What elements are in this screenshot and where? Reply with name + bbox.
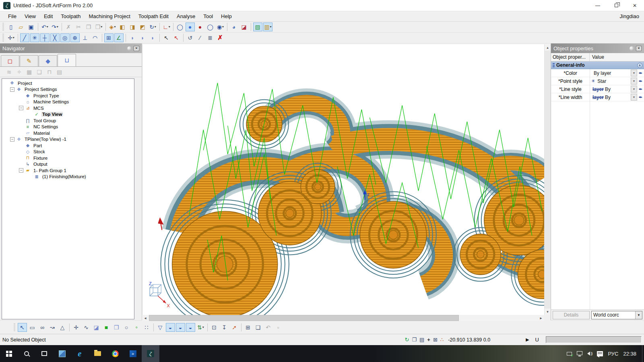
measure-icon[interactable]: ∴ [440,337,444,343]
restore-button[interactable] [607,0,625,11]
no-image-icon[interactable]: ⊠ [433,337,438,343]
point-array-button[interactable]: ∷ [142,323,151,332]
tree-machine-settings[interactable]: ⌂ Machine Settings [19,99,134,105]
eyedropper-icon[interactable]: ✒ [637,95,644,100]
tree-mcs[interactable]: − ⊿ MCS [19,105,134,111]
object-list-button[interactable]: ≣ [206,33,215,42]
analysis-display-button[interactable]: ▥▾ [263,23,272,31]
menu-item[interactable]: View [21,12,40,21]
z-select-button[interactable]: ↧ [220,323,229,332]
draw-curve-button[interactable]: ∿ [82,323,91,332]
tree-expander[interactable] [19,93,23,98]
scroll-right-icon[interactable]: ▸ [538,316,544,320]
horizontal-scrollbar[interactable]: ◂ ▸ [142,315,544,321]
copy-doc-icon[interactable]: ❐ [412,337,417,343]
tree-expander[interactable] [28,175,32,179]
viewport-canvas[interactable]: z Z [142,44,544,315]
tree-part[interactable]: ◆ Part [19,142,134,149]
pin-icon[interactable] [630,46,634,51]
mixed-mode-button[interactable]: ◉▾ [216,23,225,31]
cancel-button[interactable]: ✗ [216,33,225,42]
select-button[interactable]: ↖ [18,323,27,332]
tab-artwork[interactable]: ◻ [1,55,19,66]
paste-button[interactable]: ❒▾ [94,23,103,31]
frame-box-button[interactable]: ❏ [254,323,263,332]
clock[interactable]: 22:38 [623,351,636,357]
pan-points-button[interactable]: ✛▾ [6,33,16,42]
polygon-select-button[interactable]: △ [58,323,67,332]
tab-drawing[interactable]: ✎ [20,55,38,66]
tree-expander[interactable]: − [19,106,23,110]
task-view-button[interactable] [35,345,53,362]
cell-box-button[interactable]: ⊞ [244,323,253,332]
tool-cone-button[interactable]: ▽ [156,323,165,332]
minimize-button[interactable]: — [588,0,607,11]
object-trim-button[interactable]: ⁄ [196,33,205,42]
play-icon[interactable]: ▶ [526,337,529,342]
pick-remove-button[interactable]: ↖ [172,33,181,42]
scroll-left-icon[interactable]: ◂ [142,316,149,320]
snap-quadrant-button[interactable]: ⊕ [70,33,80,42]
vertical-scroll-thumb[interactable] [545,51,551,309]
tree-expander[interactable] [28,112,32,117]
edge-button[interactable]: e [71,345,89,362]
tool-ball-button[interactable]: ◒ [166,323,175,332]
snap-intersection-button[interactable]: ╳ [50,33,60,42]
tree-tplane[interactable]: − ❖ TPlane(Top View) -1 [10,136,134,143]
value-dropdown-button[interactable]: ▾ [631,86,637,93]
surface-view-1-button[interactable]: ◗ [128,33,137,42]
snap-midpoint-button[interactable]: ┼ [40,33,50,42]
tree-output[interactable]: ↳ Output [19,161,134,168]
object-rotate-button[interactable]: ↺ [186,33,195,42]
delete-button[interactable]: ✗ [64,23,73,31]
horizontal-scroll-thumb[interactable] [149,315,459,321]
tree-material[interactable]: ▱ Material [19,130,134,136]
explorer-button[interactable] [89,345,106,362]
close-button[interactable]: ✕ [625,0,644,11]
toolpath-display-button[interactable]: ▧ [253,23,262,31]
start-button[interactable] [0,345,18,362]
tab-machining[interactable]: ⊔ [58,54,76,66]
iso-view-1-button[interactable]: ◧ [118,23,127,31]
ucs-toggle-button[interactable]: ∠ [114,33,124,42]
pick-add-button[interactable]: ↖ [162,33,171,42]
tree-expander[interactable] [19,150,23,154]
property-value[interactable]: layer By [590,86,631,92]
photos-app-button[interactable] [53,345,71,362]
value-dropdown-button[interactable]: ▾ [631,78,637,84]
snap-line-button[interactable]: ╱ [20,33,29,42]
tree-project[interactable]: ❖ Project [3,80,134,86]
artform-button[interactable]: ζ [142,345,159,362]
marquee-select-button[interactable]: ▭ [28,323,37,332]
search-button[interactable] [18,345,35,362]
action-center-icon[interactable] [597,351,603,356]
tree-expander[interactable] [19,131,23,135]
save-button[interactable]: ▣ [27,23,36,31]
tree-expander[interactable] [19,118,23,123]
language-indicator[interactable]: РУС [608,351,618,357]
iso-view-2-button[interactable]: ◨ [128,23,137,31]
undo-button[interactable]: ↶▾ [40,23,50,31]
collapse-icon[interactable]: ∧ [637,63,642,68]
jdpaint-button[interactable]: » [124,345,142,362]
show-desktop-button[interactable] [642,345,644,362]
wireframe-mode-button[interactable]: ◯ [175,23,185,31]
tree-expander[interactable] [3,81,8,85]
coordinate-system-button[interactable]: ∟▾ [162,23,171,31]
section-view-button[interactable]: ◪ [239,23,249,31]
snap-tangent-button[interactable]: ◠ [91,33,100,42]
tree-finishing[interactable]: ≣ (1) Finishing(Mixture) [28,174,134,180]
menu-item[interactable]: Tool [199,12,217,21]
tree-stock[interactable]: ◇ Stock [19,149,134,155]
chrome-button[interactable] [106,345,124,362]
eyedropper-icon[interactable]: ✒ [637,70,644,76]
tool-flat-button[interactable]: ◒ [176,323,185,332]
tree-expander[interactable]: − [10,137,14,142]
circle-point-button[interactable]: ○ [122,323,131,332]
tree-path-group[interactable]: − ▰ 1- Path Group 1 [19,167,134,174]
grid-toggle-button[interactable]: ⊞ [104,33,114,42]
property-value[interactable]: ✳ Star [590,78,631,84]
tree-expander[interactable] [19,156,23,160]
general-info-group[interactable]: General-info ∧ [551,62,644,69]
rotate-view-button[interactable]: ↻▾ [148,23,157,31]
